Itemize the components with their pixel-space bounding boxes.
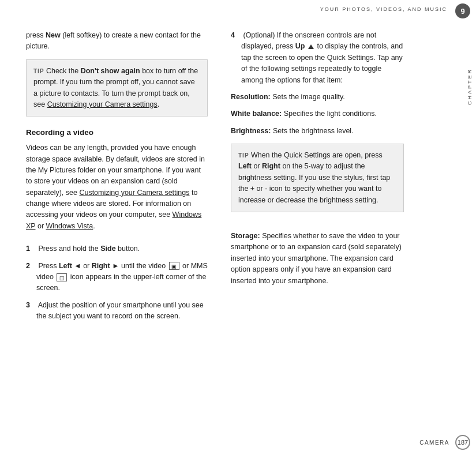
step-3: 3 Adjust the position of your smartphone… — [26, 300, 208, 322]
step-4: 4 (Optional) If the onscreen controls ar… — [231, 30, 404, 86]
new-label: New — [46, 31, 61, 39]
tip-box-1: TIP Check the Don't show again box to tu… — [26, 59, 208, 117]
footer: CAMERA 187 — [0, 434, 476, 451]
brightness-item: Brightness: Sets the brightness level. — [231, 126, 404, 137]
right-column: 4 (Optional) If the onscreen controls ar… — [219, 18, 433, 434]
tip-box-2: TIP When the Quick Settings are open, pr… — [231, 144, 404, 212]
tip1-text: Check the Don't show again box to turn o… — [33, 67, 198, 108]
step-1: 1 Press and hold the Side button. — [26, 243, 208, 254]
step-2: 2 Press Left ◄ or Right ► until the vide… — [26, 261, 208, 294]
footer-label: CAMERA — [419, 439, 449, 446]
left-column: press New (left softkey) to create a new… — [0, 18, 219, 434]
resolution-item: Resolution: Sets the image quality. — [231, 92, 404, 103]
footer-page-number: 187 — [455, 435, 470, 450]
recording-video-body: Videos can be any length, provided you h… — [26, 142, 208, 232]
intro-paragraph: press New (left softkey) to create a new… — [26, 30, 208, 52]
top-bar: YOUR PHOTOS, VIDEOS, AND MUSIC — [0, 0, 476, 18]
chapter-title-top: YOUR PHOTOS, VIDEOS, AND MUSIC — [320, 6, 447, 12]
storage-item: Storage: Specifies whether to save the v… — [231, 231, 404, 287]
tip2-label: TIP — [238, 152, 249, 159]
video-icon: ▣ — [169, 262, 179, 270]
main-content: press New (left softkey) to create a new… — [0, 18, 476, 434]
recording-video-heading: Recording a video — [26, 127, 208, 139]
up-arrow-icon — [308, 44, 314, 49]
tip1-label: TIP — [33, 68, 44, 74]
white-balance-item: White balance: Specifies the light condi… — [231, 108, 404, 119]
mms-icon: ◫ — [57, 273, 67, 281]
tip2-text: When the Quick Settings are open, press … — [238, 151, 390, 204]
chapter-number-circle: 9 — [455, 3, 470, 18]
